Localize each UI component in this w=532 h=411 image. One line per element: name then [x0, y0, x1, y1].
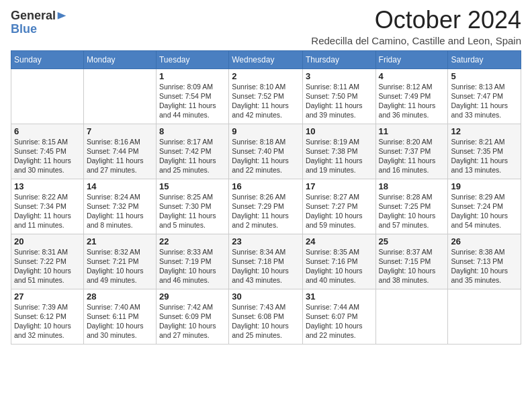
svg-marker-0: [58, 12, 66, 19]
day-info: Sunrise: 8:20 AM Sunset: 7:37 PM Dayligh…: [379, 137, 445, 175]
day-info: Sunrise: 8:37 AM Sunset: 7:15 PM Dayligh…: [379, 247, 445, 285]
location-subtitle: Redecilla del Camino, Castille and Leon,…: [311, 35, 521, 46]
table-row: [83, 68, 156, 124]
day-number: 23: [232, 236, 300, 246]
calendar-header-row: Sunday Monday Tuesday Wednesday Thursday…: [11, 50, 521, 68]
table-row: 3Sunrise: 8:11 AM Sunset: 7:50 PM Daylig…: [302, 68, 375, 124]
day-info: Sunrise: 7:43 AM Sunset: 6:08 PM Dayligh…: [232, 302, 300, 340]
col-saturday: Saturday: [448, 50, 521, 68]
table-row: 6Sunrise: 8:15 AM Sunset: 7:45 PM Daylig…: [11, 124, 84, 179]
day-info: Sunrise: 7:44 AM Sunset: 6:07 PM Dayligh…: [306, 302, 373, 340]
calendar-week-row: 13Sunrise: 8:22 AM Sunset: 7:34 PM Dayli…: [11, 179, 521, 234]
col-monday: Monday: [83, 50, 156, 68]
day-number: 19: [451, 181, 518, 191]
day-info: Sunrise: 7:42 AM Sunset: 6:09 PM Dayligh…: [159, 302, 226, 340]
calendar-week-row: 27Sunrise: 7:39 AM Sunset: 6:12 PM Dayli…: [11, 289, 521, 344]
table-row: 21Sunrise: 8:32 AM Sunset: 7:21 PM Dayli…: [83, 234, 156, 289]
logo-text: General Blue: [11, 9, 56, 36]
table-row: 25Sunrise: 8:37 AM Sunset: 7:15 PM Dayli…: [375, 234, 448, 289]
table-row: 29Sunrise: 7:42 AM Sunset: 6:09 PM Dayli…: [156, 289, 228, 344]
table-row: 11Sunrise: 8:20 AM Sunset: 7:37 PM Dayli…: [375, 124, 448, 179]
table-row: 15Sunrise: 8:25 AM Sunset: 7:30 PM Dayli…: [156, 179, 228, 234]
day-number: 3: [306, 71, 373, 81]
day-number: 15: [159, 181, 226, 191]
day-number: 5: [451, 71, 518, 81]
day-number: 17: [306, 181, 373, 191]
day-info: Sunrise: 8:33 AM Sunset: 7:19 PM Dayligh…: [159, 247, 226, 285]
day-info: Sunrise: 8:24 AM Sunset: 7:32 PM Dayligh…: [87, 192, 153, 230]
title-section: October 2024 Redecilla del Camino, Casti…: [311, 7, 521, 46]
day-info: Sunrise: 8:34 AM Sunset: 7:18 PM Dayligh…: [232, 247, 300, 285]
day-info: Sunrise: 8:18 AM Sunset: 7:40 PM Dayligh…: [232, 137, 300, 175]
table-row: 14Sunrise: 8:24 AM Sunset: 7:32 PM Dayli…: [83, 179, 156, 234]
day-number: 21: [87, 236, 153, 246]
day-info: Sunrise: 8:25 AM Sunset: 7:30 PM Dayligh…: [159, 192, 226, 230]
day-info: Sunrise: 8:35 AM Sunset: 7:16 PM Dayligh…: [306, 247, 373, 285]
calendar-week-row: 6Sunrise: 8:15 AM Sunset: 7:45 PM Daylig…: [11, 124, 521, 179]
day-number: 13: [14, 181, 81, 191]
table-row: 18Sunrise: 8:28 AM Sunset: 7:25 PM Dayli…: [375, 179, 448, 234]
col-tuesday: Tuesday: [156, 50, 228, 68]
month-title: October 2024: [311, 7, 521, 34]
calendar-week-row: 1Sunrise: 8:09 AM Sunset: 7:54 PM Daylig…: [11, 68, 521, 124]
table-row: 2Sunrise: 8:10 AM Sunset: 7:52 PM Daylig…: [229, 68, 303, 124]
day-number: 14: [87, 181, 153, 191]
day-number: 8: [159, 126, 226, 136]
day-info: Sunrise: 8:12 AM Sunset: 7:49 PM Dayligh…: [379, 82, 445, 120]
day-number: 30: [232, 291, 300, 302]
day-number: 11: [379, 126, 445, 136]
day-number: 9: [232, 126, 300, 136]
day-info: Sunrise: 7:39 AM Sunset: 6:12 PM Dayligh…: [14, 302, 81, 340]
day-info: Sunrise: 8:11 AM Sunset: 7:50 PM Dayligh…: [306, 82, 373, 120]
day-info: Sunrise: 8:16 AM Sunset: 7:44 PM Dayligh…: [87, 137, 153, 175]
table-row: 13Sunrise: 8:22 AM Sunset: 7:34 PM Dayli…: [11, 179, 84, 234]
day-info: Sunrise: 7:40 AM Sunset: 6:11 PM Dayligh…: [87, 302, 153, 340]
table-row: 27Sunrise: 7:39 AM Sunset: 6:12 PM Dayli…: [11, 289, 84, 344]
logo-flag-icon: [57, 12, 66, 24]
table-row: 28Sunrise: 7:40 AM Sunset: 6:11 PM Dayli…: [83, 289, 156, 344]
day-number: 18: [379, 181, 445, 191]
day-info: Sunrise: 8:27 AM Sunset: 7:27 PM Dayligh…: [306, 192, 373, 230]
day-number: 12: [451, 126, 518, 136]
table-row: 19Sunrise: 8:29 AM Sunset: 7:24 PM Dayli…: [448, 179, 521, 234]
day-info: Sunrise: 8:10 AM Sunset: 7:52 PM Dayligh…: [232, 82, 300, 120]
day-number: 29: [159, 291, 226, 302]
table-row: 12Sunrise: 8:21 AM Sunset: 7:35 PM Dayli…: [448, 124, 521, 179]
table-row: 8Sunrise: 8:17 AM Sunset: 7:42 PM Daylig…: [156, 124, 228, 179]
day-number: 28: [87, 291, 153, 302]
table-row: 20Sunrise: 8:31 AM Sunset: 7:22 PM Dayli…: [11, 234, 84, 289]
calendar-table: Sunday Monday Tuesday Wednesday Thursday…: [11, 50, 521, 345]
day-info: Sunrise: 8:26 AM Sunset: 7:29 PM Dayligh…: [232, 192, 300, 230]
calendar-page: General Blue October 2024 Redecilla del …: [0, 0, 532, 411]
day-number: 6: [14, 126, 81, 136]
table-row: 26Sunrise: 8:38 AM Sunset: 7:13 PM Dayli…: [448, 234, 521, 289]
day-info: Sunrise: 8:38 AM Sunset: 7:13 PM Dayligh…: [451, 247, 518, 285]
day-info: Sunrise: 8:29 AM Sunset: 7:24 PM Dayligh…: [451, 192, 518, 230]
day-info: Sunrise: 8:31 AM Sunset: 7:22 PM Dayligh…: [14, 247, 81, 285]
day-info: Sunrise: 8:13 AM Sunset: 7:47 PM Dayligh…: [451, 82, 518, 120]
logo-general: General: [11, 9, 56, 23]
table-row: 10Sunrise: 8:19 AM Sunset: 7:38 PM Dayli…: [302, 124, 375, 179]
table-row: 23Sunrise: 8:34 AM Sunset: 7:18 PM Dayli…: [229, 234, 303, 289]
day-info: Sunrise: 8:21 AM Sunset: 7:35 PM Dayligh…: [451, 137, 518, 175]
day-number: 7: [87, 126, 153, 136]
day-number: 25: [379, 236, 445, 246]
header: General Blue October 2024 Redecilla del …: [11, 7, 521, 46]
table-row: 22Sunrise: 8:33 AM Sunset: 7:19 PM Dayli…: [156, 234, 228, 289]
table-row: 5Sunrise: 8:13 AM Sunset: 7:47 PM Daylig…: [448, 68, 521, 124]
day-info: Sunrise: 8:32 AM Sunset: 7:21 PM Dayligh…: [87, 247, 153, 285]
table-row: 17Sunrise: 8:27 AM Sunset: 7:27 PM Dayli…: [302, 179, 375, 234]
day-info: Sunrise: 8:19 AM Sunset: 7:38 PM Dayligh…: [306, 137, 373, 175]
day-number: 27: [14, 291, 81, 302]
day-number: 20: [14, 236, 81, 246]
table-row: 30Sunrise: 7:43 AM Sunset: 6:08 PM Dayli…: [229, 289, 303, 344]
table-row: 7Sunrise: 8:16 AM Sunset: 7:44 PM Daylig…: [83, 124, 156, 179]
table-row: 31Sunrise: 7:44 AM Sunset: 6:07 PM Dayli…: [302, 289, 375, 344]
day-number: 26: [451, 236, 518, 246]
day-number: 1: [159, 71, 226, 81]
col-wednesday: Wednesday: [229, 50, 303, 68]
day-info: Sunrise: 8:15 AM Sunset: 7:45 PM Dayligh…: [14, 137, 81, 175]
day-number: 4: [379, 71, 445, 81]
col-sunday: Sunday: [11, 50, 84, 68]
day-number: 22: [159, 236, 226, 246]
